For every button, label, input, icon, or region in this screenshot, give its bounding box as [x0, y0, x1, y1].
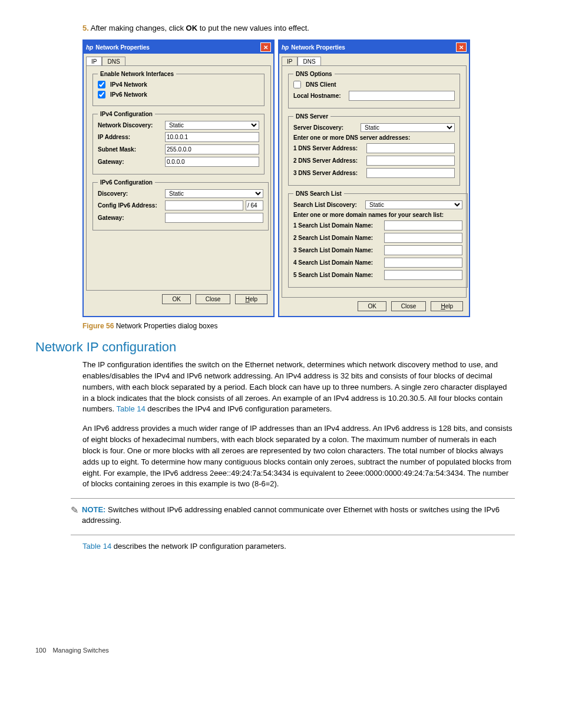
window-title: Network Properties [291, 44, 345, 51]
label-v6-gateway: Gateway: [98, 215, 163, 221]
group-ipv4-config: IPv4 Configuration Network Discovery: St… [92, 111, 265, 174]
tabs: IP DNS [84, 54, 273, 65]
tab-ip[interactable]: IP [282, 57, 297, 66]
step-number: 5. [82, 24, 89, 32]
input-domain3[interactable] [384, 245, 462, 255]
help-button[interactable]: Help [235, 294, 267, 304]
label-dns1: 1 DNS Server Address: [293, 145, 364, 151]
label-v6-address: Config IPv6 Address: [98, 202, 163, 209]
label-dns2: 2 DNS Server Address: [293, 157, 364, 164]
select-search-discovery[interactable]: Static [365, 200, 462, 209]
input-local-hostname[interactable] [349, 91, 455, 101]
input-dns3[interactable] [366, 168, 455, 178]
checkbox-ipv6[interactable] [98, 91, 105, 98]
input-dns1[interactable] [366, 143, 455, 153]
legend-ipv4: IPv4 Configuration [98, 111, 155, 117]
panel-body-ip: Enable Network Interfaces IPv4 Network I… [86, 65, 271, 291]
figure-caption: Figure 56 Network Properties dialog boxe… [82, 322, 527, 330]
label-dns3: 3 DNS Server Address: [293, 170, 364, 176]
step-bold: OK [186, 24, 198, 32]
input-domain4[interactable] [384, 258, 462, 268]
close-button[interactable]: Close [196, 294, 231, 304]
legend-dns-options: DNS Options [293, 71, 335, 77]
select-server-discovery[interactable]: Static [361, 123, 455, 132]
label-gateway-v4: Gateway: [98, 159, 163, 165]
legend-dns-search: DNS Search List [293, 190, 344, 197]
label-subnet-mask: Subnet Mask: [98, 146, 163, 153]
label-enter-servers: Enter one or more DNS server addresses: [293, 134, 410, 141]
link-table-14-b[interactable]: Table 14 [82, 542, 111, 551]
ok-button[interactable]: OK [162, 294, 190, 304]
figures-row: hp Network Properties ✕ IP DNS Enable Ne… [82, 39, 527, 317]
button-row: OK Close Help [279, 298, 469, 316]
checkbox-dns-client[interactable] [293, 81, 301, 88]
input-v6-gateway[interactable] [165, 213, 263, 223]
help-button[interactable]: Help [431, 301, 463, 311]
tab-dns[interactable]: DNS [102, 57, 125, 66]
ok-button[interactable]: OK [358, 301, 386, 311]
select-net-discovery[interactable]: Static [165, 121, 259, 130]
figure-label: Figure 56 [82, 322, 114, 330]
input-domain5[interactable] [384, 270, 462, 280]
step-text-before: After making changes, click [91, 24, 186, 32]
tab-ip[interactable]: IP [86, 57, 102, 66]
page-number: 100 [35, 647, 46, 654]
group-dns-search: DNS Search List Search List Discovery: S… [288, 190, 468, 288]
label-enter-domains: Enter one or more domain names for your … [293, 212, 444, 218]
select-v6-discovery[interactable]: Static [165, 189, 263, 198]
input-gateway-v4[interactable] [165, 157, 259, 167]
checkbox-ipv4[interactable] [98, 81, 105, 88]
dialog-ip: hp Network Properties ✕ IP DNS Enable Ne… [82, 39, 275, 317]
paragraph-3: Table 14 describes the network IP config… [82, 541, 515, 552]
group-ipv6-config: IPv6 Configuration Discovery: Static Con… [92, 179, 269, 230]
titlebar: hp Network Properties ✕ [279, 41, 469, 54]
close-icon[interactable]: ✕ [456, 42, 467, 52]
input-subnet-mask[interactable] [165, 144, 259, 154]
label-domain2: 2 Search List Domain Name: [293, 235, 382, 241]
label-ip-address: IP Address: [98, 134, 163, 140]
input-domain1[interactable] [384, 220, 462, 230]
input-dns2[interactable] [366, 156, 455, 166]
figure-text: Network Properties dialog boxes [114, 322, 217, 330]
group-dns-options: DNS Options DNS Client Local Hostname: [288, 71, 460, 108]
tabs: IP DNS [279, 54, 469, 65]
label-domain3: 3 Search List Domain Name: [293, 247, 382, 253]
legend-dns-server: DNS Server [293, 113, 330, 120]
window-title: Network Properties [95, 44, 150, 51]
step-text-after: to put the new values into effect. [197, 24, 309, 32]
hp-logo-icon: hp [86, 44, 93, 51]
separator [71, 498, 515, 499]
panel-body-dns: DNS Options DNS Client Local Hostname: D… [282, 65, 467, 298]
note-text: Switches without IPv6 addressing enabled… [82, 505, 500, 525]
legend-ipv6: IPv6 Configuration [98, 179, 155, 186]
label-search-discovery: Search List Discovery: [293, 202, 363, 208]
label-domain5: 5 Search List Domain Name: [293, 272, 382, 278]
note-block: ✎ NOTE: Switches without IPv6 addressing… [71, 505, 515, 526]
label-domain1: 1 Search List Domain Name: [293, 222, 382, 229]
input-v6-prefix[interactable] [246, 200, 263, 210]
input-domain2[interactable] [384, 233, 462, 243]
group-enable-interfaces: Enable Network Interfaces IPv4 Network I… [92, 71, 265, 106]
paragraph-1: The IP configuration identifies the swit… [82, 360, 515, 415]
tab-dns[interactable]: DNS [297, 57, 320, 66]
label-v6-discovery: Discovery: [98, 190, 163, 197]
input-ip-address[interactable] [165, 132, 259, 142]
label-ipv6: IPv6 Network [110, 91, 147, 98]
dialog-dns: hp Network Properties ✕ IP DNS DNS Optio… [278, 39, 470, 317]
note-icon: ✎ [71, 506, 78, 515]
label-domain4: 4 Search List Domain Name: [293, 259, 382, 266]
chapter-name: Managing Switches [52, 647, 108, 654]
close-icon[interactable]: ✕ [260, 42, 271, 52]
separator [71, 535, 515, 535]
close-button[interactable]: Close [391, 301, 427, 311]
input-v6-address[interactable] [165, 200, 243, 210]
label-ipv4: IPv4 Network [110, 81, 147, 88]
button-row: OK Close Help [84, 291, 273, 309]
label-local-hostname: Local Hostname: [293, 93, 346, 99]
section-heading: Network IP configuration [35, 340, 527, 355]
hp-logo-icon: hp [282, 44, 289, 51]
titlebar: hp Network Properties ✕ [84, 41, 273, 54]
label-dns-client: DNS Client [306, 81, 336, 88]
link-table-14[interactable]: Table 14 [117, 404, 146, 413]
label-net-discovery: Network Discovery: [98, 122, 163, 129]
